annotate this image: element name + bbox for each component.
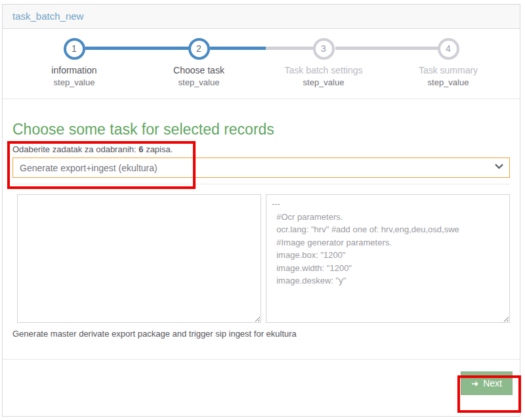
step-value: step_value — [12, 77, 136, 87]
step-circle-3[interactable]: 3 — [313, 38, 335, 60]
step-content: Choose some task for selected records Od… — [3, 121, 520, 339]
page-title: Choose some task for selected records — [12, 121, 510, 138]
task-description: Generate master derivate export package … — [12, 329, 510, 339]
step-circle-4[interactable]: 4 — [438, 38, 459, 60]
wizard-steps: 1 information step_value 2 Choose task s… — [12, 38, 511, 98]
divider — [12, 184, 510, 184]
task-params-right-textarea[interactable]: --- #Ocr parameters. ocr.lang: "hrv" #ad… — [266, 194, 510, 323]
task-batch-panel: task_batch_new 1 information step_value … — [2, 4, 520, 417]
step-value: step_value — [386, 77, 511, 87]
next-button[interactable]: ➜Next — [461, 371, 513, 395]
step-circle-1[interactable]: 1 — [64, 38, 85, 60]
step-value: step_value — [261, 77, 386, 87]
task-select-wrapper: Generate export+ingest (ekultura) — [12, 158, 510, 178]
step-label: information — [12, 65, 136, 75]
step-label: Choose task — [136, 65, 261, 75]
step-label: Task batch settings — [261, 65, 386, 75]
wizard-step-choose-task[interactable]: 2 Choose task step_value — [136, 38, 261, 87]
wizard-step-summary[interactable]: 4 Task summary step_value — [386, 38, 511, 87]
parameters-row: --- #Ocr parameters. ocr.lang: "hrv" #ad… — [17, 194, 510, 323]
label-prefix: Odaberite zadatak za odabranih: — [12, 144, 136, 154]
step-label: Task summary — [386, 65, 511, 75]
step-circle-2[interactable]: 2 — [188, 38, 210, 60]
arrow-right-icon: ➜ — [471, 379, 478, 388]
select-records-label: Odaberite zadatak za odabranih: 6 zapisa… — [12, 144, 510, 154]
wizard-step-information[interactable]: 1 information step_value — [12, 38, 136, 87]
panel-title: task_batch_new — [3, 5, 520, 29]
divider — [3, 98, 520, 99]
footer: ➜Next — [3, 360, 520, 395]
wizard-step-batch-settings[interactable]: 3 Task batch settings step_value — [261, 38, 386, 87]
task-params-left-textarea[interactable] — [17, 194, 261, 323]
records-count: 6 — [138, 144, 143, 154]
label-suffix: zapisa. — [146, 144, 173, 154]
task-select[interactable]: Generate export+ingest (ekultura) — [12, 158, 510, 178]
next-button-label: Next — [483, 378, 502, 388]
step-value: step_value — [136, 77, 261, 87]
page: task_batch_new 1 information step_value … — [0, 0, 525, 420]
